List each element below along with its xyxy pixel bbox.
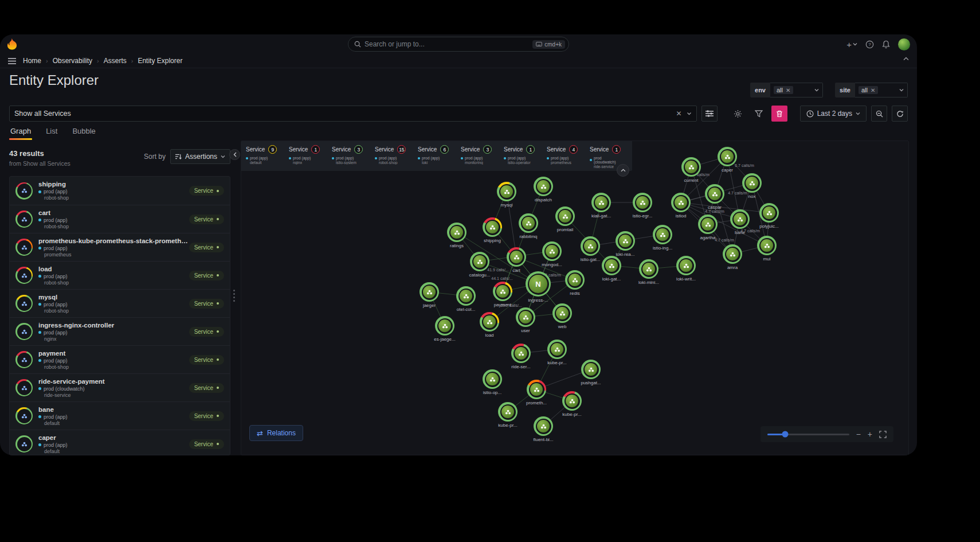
notifications-bell-icon[interactable] [882,40,890,49]
time-range-picker[interactable]: Last 2 days [800,106,867,122]
graph-node-shipping[interactable]: shipping [483,217,502,237]
help-icon[interactable]: ? [865,40,874,49]
service-row-bane[interactable]: baneprod (app)defaultService [10,401,230,430]
graph-node-payment[interactable]: payment [493,282,512,301]
graph-node-current[interactable]: current [681,157,701,177]
graph-node-user[interactable]: user [516,307,535,327]
panel-resize-handle[interactable] [233,290,235,302]
graph-node-istio-gat[interactable]: istio-gat... [581,236,600,256]
zoom-out-minus-button[interactable]: − [856,430,861,438]
env-filter-select[interactable]: all✕ [770,83,823,98]
legend-collapse-button[interactable] [617,164,629,177]
user-avatar[interactable] [898,38,910,50]
refresh-button[interactable] [892,106,908,122]
delete-trash-button[interactable] [771,106,787,122]
global-search[interactable]: cmd+k [348,37,569,52]
service-row-payment[interactable]: paymentprod (app)robot-shopService [10,345,230,373]
service-search-select[interactable]: ✕ [9,106,697,122]
service-row-cart[interactable]: cartprod (app)robot-shopService [10,205,230,233]
breadcrumb-item-observability[interactable]: Observability [53,57,92,65]
graph-node-ingress-[interactable]: Ningress-... [526,271,551,297]
fullscreen-icon[interactable] [879,431,887,438]
graph-node-mongod[interactable]: mongod... [542,241,562,261]
service-row-mysql[interactable]: mysqlprod (app)robot-shopService [10,289,230,317]
service-row-ride-service-payment[interactable]: ride-service-paymentprod (cloudwatch)rid… [10,373,230,401]
legend-item-prometheus[interactable]: Service4prod (app)prometheus [542,141,585,171]
graph-node-cart[interactable]: cart [507,247,526,267]
tab-bubble[interactable]: Bubble [71,124,96,140]
graph-node-rabbitmq[interactable]: rabbitmq [519,213,538,233]
graph-node-caper[interactable]: caper [718,147,737,166]
graph-node-loki-mini[interactable]: loki-mini... [639,259,658,279]
chevron-up-icon[interactable] [903,57,909,61]
graph-node-polyjuic[interactable]: polyjuic... [759,203,779,223]
breadcrumb-item-entity-explorer[interactable]: Entity Explorer [138,57,182,65]
sort-dropdown[interactable]: Assertions [170,149,230,164]
graph-node-kube-pr[interactable]: kube-pr... [562,391,582,411]
zoom-slider[interactable] [767,434,849,435]
filter-funnel-button[interactable] [751,106,767,122]
graph-node-pushgat[interactable]: pushgat... [581,360,601,379]
legend-item-monitoring[interactable]: Service3prod (app)monitoring [456,141,499,171]
graph-node-kiali-gat[interactable]: kiali-gat... [591,193,611,212]
legend-item-loki[interactable]: Service6prod (app)loki [413,141,456,171]
add-button[interactable]: + [846,40,857,49]
breadcrumb-item-asserts[interactable]: Asserts [104,57,127,65]
breadcrumb-item-home[interactable]: Home [23,57,41,65]
graph-node-load[interactable]: load [480,312,499,332]
legend-item-default[interactable]: Service9prod (app)default [241,141,284,171]
zoom-in-plus-button[interactable]: + [868,430,872,438]
legend-item-istio-system[interactable]: Service3prod (app)istio-system [327,141,370,171]
graph-node-istiod[interactable]: istiod [671,193,691,212]
graph-node-loki-gat[interactable]: loki-gat... [602,256,621,275]
graph-node-istio-op[interactable]: istio-op... [483,369,502,389]
settings-gear-button[interactable] [730,106,746,122]
remove-chip-icon[interactable]: ✕ [786,87,790,93]
graph-node-istio-egr[interactable]: istio-egr... [633,193,652,212]
menu-hamburger-icon[interactable] [8,58,16,64]
graph-node-dispatch[interactable]: dispatch [534,177,553,196]
graph-node-istio-ing[interactable]: istio-ing... [653,225,672,244]
service-row-load[interactable]: loadprod (app)robot-shopService [10,261,230,289]
graph-node-kube-pr[interactable]: kube-pr... [547,340,567,359]
graph-node-nox[interactable]: nox [742,173,762,193]
graph-node-ratings[interactable]: ratings [447,223,467,242]
graph-node-caspar[interactable]: caspar [705,184,724,204]
service-row-caper[interactable]: caperprod (app)defaultService [10,430,230,455]
tab-graph[interactable]: Graph [9,124,32,140]
graph-node-catalogu[interactable]: catalogu... [470,252,489,271]
graph-node-bane[interactable]: bane [730,209,750,229]
graph-node-kube-pr[interactable]: kube-pr... [498,402,518,422]
graph-node-prometh[interactable]: prometh... [527,380,546,399]
graph-node-mul[interactable]: mul [757,236,777,255]
legend-item-robot-shop[interactable]: Service15prod (app)robot-shop [370,141,413,171]
graph-node-amra[interactable]: amra [723,244,742,264]
site-filter-select[interactable]: all✕ [855,83,908,98]
graph-node-jaeger[interactable]: jaeger [420,282,439,302]
graph-node-otel-col[interactable]: otel-col... [456,286,476,306]
tab-list[interactable]: List [45,124,58,140]
graph-node-web[interactable]: web [552,303,572,323]
graph-node-redis[interactable]: redis [565,270,585,290]
graph-node-promtail[interactable]: promtail [555,206,575,226]
collapse-panel-button[interactable] [229,149,240,160]
graph-node-loki-rea[interactable]: loki-rea... [616,231,635,251]
remove-chip-icon[interactable]: ✕ [871,87,875,93]
legend-item-istio-operator[interactable]: Service1prod (app)istio-operator [499,141,542,171]
service-row-shipping[interactable]: shippingprod (app)robot-shopService [10,177,230,205]
graph-node-loki-writ[interactable]: loki-writ... [676,256,696,275]
zoom-slider-knob[interactable] [782,431,789,438]
relations-button[interactable]: ⇄ Relations [249,425,303,441]
graph-node-agartha[interactable]: agartha [698,215,718,234]
service-row-ingress-nginx-controller[interactable]: ingress-nginx-controllerprod (app)nginxS… [10,317,230,345]
service-row-prometheus-kube-prometheus-stack-prometheus[interactable]: prometheus-kube-prometheus-stack-prometh… [10,233,230,261]
search-input[interactable] [364,40,529,48]
service-search-input[interactable] [14,110,672,118]
graph-node-es-jaege[interactable]: es-jaege... [435,316,454,336]
graph-node-fluent-bi[interactable]: fluent-bi... [534,416,553,436]
filter-sliders-button[interactable] [701,106,718,122]
graph-node-mysql[interactable]: mysql [497,182,516,201]
legend-item-nginx[interactable]: Service1prod (app)nginx [284,141,327,171]
zoom-out-button[interactable] [871,106,887,122]
grafana-logo-icon[interactable] [6,38,18,50]
